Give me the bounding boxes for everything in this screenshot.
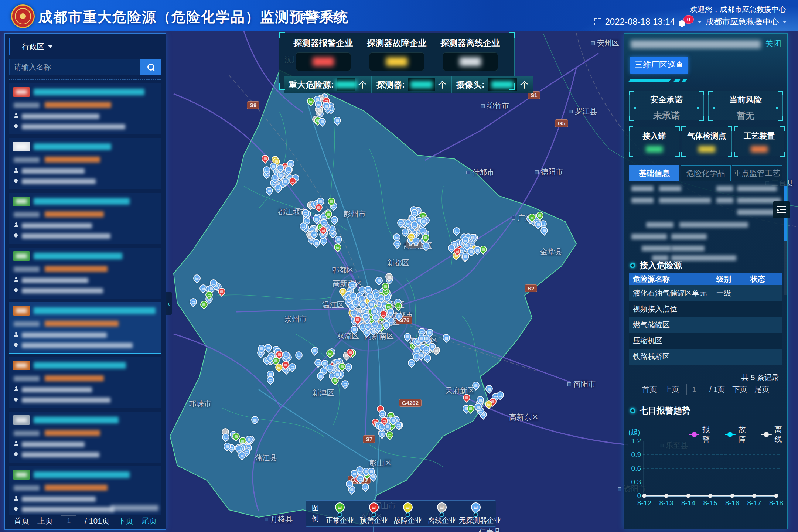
person-icon — [14, 332, 18, 337]
pagination-next[interactable]: 下页 — [732, 385, 747, 395]
city-name: 高新东区 — [509, 412, 539, 422]
detector-stats-panel: 探测器报警企业探测器故障企业探测器离线企业 重大危险源:个探测器:个摄像头:个 — [279, 33, 515, 89]
detector-stat-card: 探测器离线企业 — [436, 37, 505, 71]
trend-series-marker — [725, 434, 736, 435]
stat-value-blurred — [460, 57, 481, 66]
address-blurred — [22, 452, 99, 457]
safety-commitment-value: 未承诺 — [630, 110, 703, 122]
detail-stat-box: 工艺装置 — [734, 127, 784, 156]
fullscreen-icon[interactable] — [594, 18, 601, 25]
address-blurred — [22, 288, 103, 293]
close-button[interactable]: 关闭 — [765, 38, 781, 49]
city-dot-icon — [265, 518, 268, 521]
pagination-page-input[interactable]: 1 — [61, 515, 76, 526]
detail-stat-label: 接入罐 — [630, 131, 679, 141]
legend-item-label: 无探测器企业 — [459, 516, 493, 525]
search-input[interactable]: 请输入名称 — [9, 59, 140, 75]
app-header: 成都市重大危险源（危险化学品）监测预警系统 系统导航 欢迎您，成都市应急救援中心… — [0, 0, 798, 31]
pagination-total: / 1页 — [709, 385, 725, 395]
hazard-table-row[interactable]: 铁路栈桥区 — [629, 349, 782, 365]
divider — [635, 108, 698, 108]
hazard-type-blurred — [45, 485, 108, 491]
legend-item: ▤正常企业 — [323, 501, 357, 526]
contact-blurred — [22, 223, 92, 228]
tag-text-blurred — [16, 144, 27, 149]
hazard-type-blurred — [45, 375, 104, 381]
corner-bracket — [629, 126, 633, 131]
tab-基础信息[interactable]: 基础信息 — [629, 165, 679, 181]
company-tag-badge — [13, 470, 30, 480]
hazard-table-row[interactable]: 液化石油气储罐区单元一级 — [629, 285, 782, 301]
city-name: 彭州市 — [344, 209, 366, 219]
location-pin-icon — [13, 287, 18, 293]
plant-3d-tour-button[interactable]: 三维厂区巡查 — [630, 57, 688, 74]
corner-bracket — [629, 116, 634, 121]
system-nav-label: 系统导航 — [313, 11, 345, 22]
corner-bracket — [728, 152, 732, 157]
corner-bracket — [778, 116, 783, 121]
sidebar-collapse-button[interactable]: ‹ — [166, 292, 172, 315]
city-name: 德阳市 — [541, 167, 563, 177]
svg-text:8-12: 8-12 — [637, 499, 651, 507]
panel-scrollbar[interactable] — [784, 184, 787, 295]
corner-bracket — [699, 91, 704, 95]
hazard-table-row[interactable]: 压缩机区 — [629, 333, 782, 349]
pagination-prev[interactable]: 上页 — [664, 385, 679, 395]
svg-text:0.6: 0.6 — [631, 464, 641, 472]
company-card[interactable] — [9, 248, 161, 299]
address-blurred — [22, 343, 133, 348]
city-label: 德阳市 — [535, 167, 563, 177]
city-label: 绵竹市 — [481, 101, 509, 111]
address-blurred — [22, 124, 125, 129]
hazard-table-row[interactable]: 视频接入点位 — [629, 301, 782, 317]
city-name: 金堂县 — [540, 247, 562, 257]
city-dot-icon — [591, 41, 595, 45]
svg-text:8-18: 8-18 — [769, 499, 783, 507]
pagination-page-input[interactable]: 1 — [686, 384, 702, 395]
pagination-last[interactable]: 尾页 — [754, 385, 769, 395]
city-label: 高新东区 — [509, 412, 539, 422]
enterprise-detail-panel: 关闭 三维厂区巡查 安全承诺 未承诺 当前风险 暂无 接入罐气体检测点工艺装置 … — [624, 33, 788, 529]
company-name-blurred — [34, 89, 144, 95]
hazard-table-header: 危险源名称级别状态 — [629, 273, 782, 285]
hazard-table-row[interactable]: 燃气储罐区 — [629, 317, 782, 333]
pagination-first[interactable]: 首页 — [642, 385, 657, 395]
city-dot-icon — [569, 110, 573, 113]
corner-bracket — [728, 126, 732, 131]
user-org-dropdown[interactable]: 成都市应急救援中心 — [706, 16, 779, 27]
city-label: 金堂县 — [540, 247, 562, 257]
tab-重点监管工艺[interactable]: 重点监管工艺 — [732, 165, 782, 181]
company-card[interactable] — [9, 193, 161, 244]
corner-bracket — [681, 152, 686, 157]
search-icon — [147, 64, 154, 71]
pagination-last[interactable]: 尾页 — [141, 516, 157, 526]
system-nav-button[interactable]: 系统导航 — [302, 11, 345, 22]
pagination-prev[interactable]: 上页 — [37, 516, 53, 526]
trend-series-marker — [689, 434, 699, 435]
city-name: 邛崃市 — [189, 399, 211, 409]
company-name-blurred — [34, 362, 126, 369]
hazard-name-cell: 视频接入点位 — [629, 304, 713, 314]
legend-items: ▤正常企业▤预警企业▤故障企业▤离线企业▤无探测器企业 — [323, 501, 493, 526]
panel-expand-button[interactable] — [773, 201, 790, 218]
search-button[interactable] — [140, 59, 161, 75]
hazard-name-cell: 压缩机区 — [629, 336, 713, 346]
notification-bell-button[interactable]: 0 — [679, 18, 694, 26]
company-card[interactable] — [9, 357, 161, 408]
chevron-down-icon — [698, 21, 702, 23]
pagination-first[interactable]: 首页 — [14, 516, 29, 526]
tab-危险化学品[interactable]: 危险化学品 — [681, 165, 731, 181]
city-label: 安州区 — [591, 38, 619, 48]
region-filter-input[interactable] — [65, 38, 161, 55]
region-filter-select[interactable]: 行政区 — [10, 38, 65, 55]
company-card[interactable] — [9, 412, 161, 463]
contact-blurred — [22, 497, 96, 502]
company-card[interactable] — [9, 302, 161, 353]
person-icon — [14, 113, 18, 118]
company-card[interactable] — [9, 83, 161, 134]
company-card[interactable] — [9, 138, 161, 189]
field-label-blurred — [14, 267, 40, 272]
city-name: 蒲江县 — [255, 453, 277, 463]
detail-stat-label: 工艺装置 — [734, 131, 784, 141]
pagination-next[interactable]: 下页 — [118, 516, 133, 526]
